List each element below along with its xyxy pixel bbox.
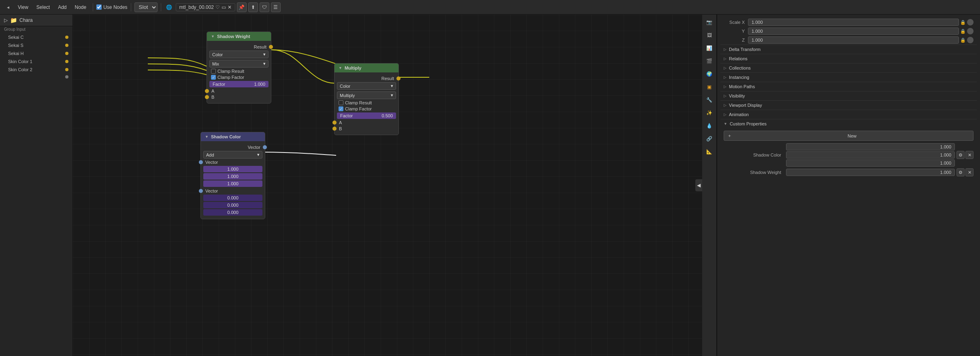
mul-collapse-icon[interactable]: ▼ bbox=[339, 66, 342, 70]
shadow-color-delete-btn[interactable]: ✕ bbox=[965, 151, 974, 159]
constraints-icon-btn[interactable]: 🔗 bbox=[703, 133, 716, 145]
mul-result-out: Result bbox=[337, 76, 396, 81]
scale-z-value[interactable]: 1.000 bbox=[748, 36, 959, 44]
scale-x-label: Scale X bbox=[724, 20, 748, 25]
sc-value1-2[interactable]: 1.000 bbox=[203, 173, 262, 180]
lock-x-icon[interactable]: 🔒 bbox=[959, 20, 967, 25]
sc-vector-out: Vector bbox=[203, 145, 262, 150]
sw-clamp-factor-checkbox[interactable]: ✓ bbox=[211, 75, 216, 80]
shadow-color-val-1[interactable]: 1.000 bbox=[786, 143, 955, 150]
shadow-color-node[interactable]: ▼ Shadow Color Vector Add ▾ Vector bbox=[200, 132, 265, 219]
shadow-color-header: ▼ Shadow Color bbox=[201, 132, 265, 141]
pin-button[interactable]: 📌 bbox=[237, 2, 247, 12]
toolbar-nav-icon[interactable]: ◂ bbox=[3, 2, 13, 12]
upload-button[interactable]: ⬆ bbox=[248, 2, 258, 12]
scale-y-value[interactable]: 1.000 bbox=[748, 28, 959, 35]
shadow-weight-delete-btn[interactable]: ✕ bbox=[965, 168, 974, 176]
shadow-color-val-2[interactable]: 1.000 bbox=[786, 151, 955, 159]
menu-button[interactable]: ☰ bbox=[271, 2, 281, 12]
delta-transform-label: Delta Transform bbox=[729, 47, 761, 52]
visibility-arrow-icon: ▷ bbox=[724, 94, 726, 98]
sw-factor-label: Factor bbox=[213, 82, 225, 87]
physics-icon-btn[interactable]: 💧 bbox=[703, 120, 716, 132]
scale-x-value[interactable]: 1.000 bbox=[748, 19, 959, 26]
shadow-weight-node[interactable]: ▼ Shadow Weight Result Color ▾ Mix ▾ bbox=[207, 32, 271, 104]
delta-transform-header[interactable]: ▷ Delta Transform bbox=[720, 45, 977, 54]
mul-result-socket bbox=[396, 76, 401, 81]
lock-z-icon[interactable]: 🔒 bbox=[959, 38, 967, 43]
shadow-color-settings-btn[interactable]: ⚙ bbox=[957, 151, 965, 159]
modifier-icon-btn[interactable]: 🔧 bbox=[703, 94, 716, 106]
menu-view[interactable]: View bbox=[15, 4, 32, 11]
shadow-weight-val-1[interactable]: 1.000 bbox=[786, 169, 955, 176]
viewport-display-header[interactable]: ▷ Viewport Display bbox=[720, 101, 977, 110]
output-icon-btn[interactable]: 🖼 bbox=[703, 29, 716, 41]
mul-clamp-factor-checkbox[interactable]: ✓ bbox=[339, 106, 343, 111]
menu-add[interactable]: Add bbox=[55, 4, 70, 11]
view-layer-icon-btn[interactable]: 📊 bbox=[703, 42, 716, 54]
mul-a-socket bbox=[332, 121, 337, 125]
main-area: ▷ 📁 Chara Group Input Sekai C Sekai S Se… bbox=[0, 15, 980, 356]
sw-factor-row[interactable]: Factor 1.000 bbox=[209, 81, 268, 87]
heart-icon: ♡ bbox=[215, 4, 220, 10]
mul-factor-row[interactable]: Factor 0.500 bbox=[337, 112, 396, 119]
data-icon-btn[interactable]: 📐 bbox=[703, 146, 716, 158]
sc-collapse-icon[interactable]: ▼ bbox=[205, 135, 209, 139]
sc-value1-3[interactable]: 1.000 bbox=[203, 180, 262, 187]
animation-header[interactable]: ▷ Animation bbox=[720, 110, 977, 119]
sidebar-expand-icon[interactable]: ▷ bbox=[4, 17, 8, 23]
relations-section: ▷ Relations bbox=[720, 54, 977, 63]
sw-a-label: A bbox=[211, 89, 214, 93]
sc-add-label: Add bbox=[206, 153, 214, 157]
mul-color-dropdown[interactable]: Color ▾ bbox=[337, 82, 396, 90]
multiply-body: Result Color ▾ Multiply ▾ Clamp Result bbox=[334, 72, 398, 135]
shadow-weight-settings-btn[interactable]: ⚙ bbox=[957, 168, 965, 176]
sw-color-dropdown[interactable]: Color ▾ bbox=[209, 51, 268, 58]
multiply-node[interactable]: ▼ Multiply Result Color ▾ Multiply ▾ bbox=[334, 63, 399, 135]
canvas-collapse-handle[interactable]: ◀ bbox=[695, 179, 702, 191]
particles-icon-btn[interactable]: ✨ bbox=[703, 107, 716, 119]
use-nodes-checkbox-label[interactable]: Use Nodes bbox=[96, 4, 127, 10]
sc-add-arrow: ▾ bbox=[257, 152, 260, 157]
mul-multiply-dropdown[interactable]: Multiply ▾ bbox=[337, 91, 396, 99]
shadow-weight-header: ▼ Shadow Weight bbox=[207, 32, 271, 41]
motion-paths-header[interactable]: ▷ Motion Paths bbox=[720, 82, 977, 91]
sidebar-item-sekai-c: Sekai C bbox=[0, 33, 72, 41]
shadow-color-prop-values: 1.000 1.000 1.000 bbox=[786, 143, 955, 167]
new-prop-button[interactable]: ＋ New bbox=[724, 131, 974, 141]
sw-clamp-result-checkbox[interactable] bbox=[211, 69, 216, 74]
animation-arrow-icon: ▷ bbox=[724, 112, 726, 117]
use-nodes-checkbox[interactable] bbox=[96, 4, 102, 10]
scene-icon-btn[interactable]: 🎬 bbox=[703, 55, 716, 67]
object-icon-btn[interactable]: ▣ bbox=[703, 81, 716, 93]
filename-badge: mtl_bdy_00.002 ♡ ▭ ✕ bbox=[176, 3, 235, 11]
collections-label: Collections bbox=[729, 66, 751, 70]
sc-value1-1[interactable]: 1.000 bbox=[203, 166, 262, 172]
render-icon-btn[interactable]: 📷 bbox=[703, 16, 716, 28]
box-icon: ▭ bbox=[222, 4, 226, 10]
filename-text: mtl_bdy_00.002 bbox=[179, 4, 214, 10]
slot-selector[interactable]: Slot bbox=[134, 2, 158, 12]
visibility-header[interactable]: ▷ Visibility bbox=[720, 91, 977, 100]
menu-node[interactable]: Node bbox=[72, 4, 90, 11]
sc-value2-2[interactable]: 0.000 bbox=[203, 202, 262, 208]
sc-add-dropdown[interactable]: Add ▾ bbox=[203, 151, 262, 159]
collections-header[interactable]: ▷ Collections bbox=[720, 64, 977, 72]
menu-select[interactable]: Select bbox=[33, 4, 53, 11]
sw-collapse-icon[interactable]: ▼ bbox=[211, 34, 215, 38]
sc-vector-socket bbox=[263, 145, 267, 149]
instancing-header[interactable]: ▷ Instancing bbox=[720, 73, 977, 82]
relations-header[interactable]: ▷ Relations bbox=[720, 54, 977, 63]
sw-mix-dropdown[interactable]: Mix ▾ bbox=[209, 60, 268, 68]
shadow-color-val-3[interactable]: 1.000 bbox=[786, 159, 955, 167]
custom-properties-header[interactable]: ▼ Custom Properties bbox=[720, 119, 977, 128]
lock-y-icon[interactable]: 🔒 bbox=[959, 29, 967, 34]
mul-clamp-result-checkbox[interactable] bbox=[339, 100, 343, 105]
node-canvas[interactable]: ▼ Shadow Weight Result Color ▾ Mix ▾ bbox=[73, 15, 702, 356]
shield-button[interactable]: 🛡 bbox=[260, 2, 269, 12]
world-icon-btn[interactable]: 🌍 bbox=[703, 68, 716, 80]
sc-value2-1[interactable]: 0.000 bbox=[203, 195, 262, 201]
close-icon[interactable]: ✕ bbox=[228, 4, 232, 10]
world-icon[interactable]: 🌐 bbox=[164, 2, 174, 12]
sc-value2-3[interactable]: 0.000 bbox=[203, 209, 262, 216]
